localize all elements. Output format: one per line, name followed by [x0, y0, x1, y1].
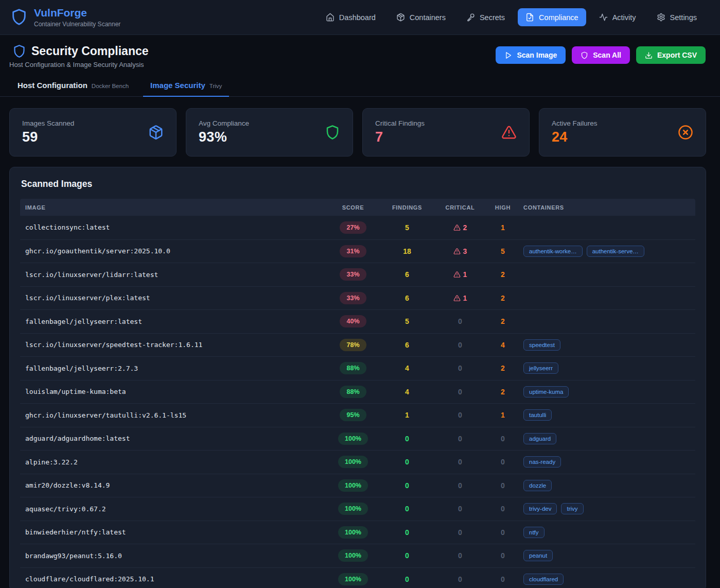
nav-item-compliance[interactable]: Compliance	[518, 8, 586, 26]
container-chip[interactable]: uptime-kuma	[523, 386, 569, 397]
container-chip[interactable]: adguard	[523, 433, 556, 444]
table-row[interactable]: lscr.io/linuxserver/speedtest-tracker:1.…	[20, 333, 695, 357]
image-name: collectionsync:latest	[20, 223, 325, 231]
table-row[interactable]: fallenbagel/jellyseerr:2.7.388%402jellys…	[20, 356, 695, 380]
table-row[interactable]: collectionsync:latest27%521	[20, 216, 695, 239]
high-count: 0	[487, 551, 518, 560]
table-header-row: IMAGESCOREFINDINGSCRITICALHIGHCONTAINERS	[20, 199, 695, 216]
image-name: cloudflare/cloudflared:2025.10.1	[20, 575, 325, 583]
tab-image-security[interactable]: Image SecurityTrivy	[143, 77, 229, 97]
nav-item-secrets[interactable]: Secrets	[459, 8, 513, 26]
stat-card-critical-findings: Critical Findings7	[362, 108, 530, 157]
high-count: 0	[487, 458, 518, 466]
findings-count: 1	[381, 411, 433, 419]
high-count: 2	[487, 294, 518, 302]
column-header-high: HIGH	[487, 204, 518, 211]
scanned-images-card: Scanned Images IMAGESCOREFINDINGSCRITICA…	[9, 167, 706, 588]
key-icon	[466, 13, 475, 22]
table-row[interactable]: louislam/uptime-kuma:beta88%402uptime-ku…	[20, 380, 695, 404]
nav-item-dashboard[interactable]: Dashboard	[318, 8, 383, 26]
container-chip[interactable]: authentik-serve…	[587, 246, 644, 257]
tab-label: Image Security	[150, 81, 205, 90]
column-header-containers: CONTAINERS	[518, 204, 695, 211]
nav-menu: DashboardContainersSecretsComplianceActi…	[318, 8, 705, 26]
container-chip[interactable]: speedtest	[523, 339, 560, 351]
container-chip[interactable]: authentik-worke…	[523, 246, 583, 257]
high-count: 4	[487, 341, 518, 349]
critical-count: 1	[463, 270, 467, 279]
table-row[interactable]: binwiederhier/ntfy:latest100%000ntfy	[20, 521, 695, 544]
findings-count: 18	[381, 247, 433, 255]
score-badge: 88%	[340, 362, 366, 374]
score-badge: 78%	[340, 339, 366, 351]
scan-image-button[interactable]: Scan Image	[496, 46, 566, 64]
export-csv-button[interactable]: Export CSV	[636, 46, 706, 64]
container-chip[interactable]: trivy	[561, 503, 583, 514]
stat-label: Active Failures	[552, 119, 598, 127]
nav-item-activity[interactable]: Activity	[591, 8, 644, 26]
table-row[interactable]: aquasec/trivy:0.67.2100%000trivy-devtriv…	[20, 497, 695, 521]
tab-sublabel: Docker Bench	[92, 83, 129, 89]
table-body: collectionsync:latest27%521ghcr.io/goaut…	[20, 216, 695, 588]
nav-item-label: Activity	[612, 13, 636, 22]
stat-cards: Images Scanned59Avg Compliance93%Critica…	[0, 97, 720, 157]
high-count: 1	[487, 223, 518, 232]
brand: VulnForge Container Vulnerability Scanne…	[10, 7, 120, 27]
table-row[interactable]: lscr.io/linuxserver/plex:latest33%612	[20, 286, 695, 310]
score-badge: 100%	[338, 549, 368, 562]
findings-count: 0	[381, 458, 433, 466]
image-name: brandawg93/peanut:5.16.0	[20, 552, 325, 560]
table-row[interactable]: alpine:3.22.2100%000nas-ready	[20, 450, 695, 474]
critical-count: 0	[458, 551, 462, 560]
score-badge: 40%	[340, 315, 366, 327]
brand-shield-icon	[10, 8, 28, 26]
scan-all-button[interactable]: Scan All	[572, 46, 630, 64]
shield-icon	[12, 44, 26, 58]
table-row[interactable]: brandawg93/peanut:5.16.0100%000peanut	[20, 544, 695, 567]
tab-host-configuration[interactable]: Host ConfigurationDocker Bench	[10, 77, 136, 97]
shield-icon	[581, 51, 588, 59]
table-row[interactable]: ghcr.io/linuxserver/tautulli:v2.6.1-ls15…	[20, 403, 695, 427]
tab-bar: Host ConfigurationDocker BenchImage Secu…	[0, 77, 720, 97]
container-chip[interactable]: peanut	[523, 550, 553, 561]
critical-count: 0	[458, 481, 462, 490]
image-name: adguard/adguardhome:latest	[20, 435, 325, 442]
container-chip[interactable]: nas-ready	[523, 456, 561, 468]
page-subtitle: Host Configuration & Image Security Anal…	[9, 61, 149, 68]
image-name: ghcr.io/linuxserver/tautulli:v2.6.1-ls15	[20, 411, 325, 419]
image-name: louislam/uptime-kuma:beta	[20, 388, 325, 395]
critical-count: 0	[458, 364, 462, 372]
critical-count: 0	[458, 388, 462, 396]
table-row[interactable]: ghcr.io/goauthentik/server:2025.10.031%1…	[20, 239, 695, 263]
table-row[interactable]: cloudflare/cloudflared:2025.10.1100%000c…	[20, 567, 695, 588]
image-name: binwiederhier/ntfy:latest	[20, 528, 325, 536]
stat-label: Images Scanned	[22, 119, 74, 127]
stat-label: Critical Findings	[375, 119, 425, 127]
container-chip[interactable]: tautulli	[523, 409, 552, 421]
container-chip[interactable]: jellyseerr	[523, 362, 558, 374]
findings-count: 0	[381, 505, 433, 513]
container-chip[interactable]: ntfy	[523, 527, 545, 538]
stat-card-active-failures: Active Failures24	[539, 108, 706, 157]
file-check-icon	[525, 13, 534, 22]
table-row[interactable]: amir20/dozzle:v8.14.9100%000dozzle	[20, 474, 695, 497]
activity-icon	[599, 13, 608, 22]
package-icon	[396, 13, 405, 22]
table-row[interactable]: fallenbagel/jellyseerr:latest40%502	[20, 309, 695, 333]
critical-count: 0	[458, 458, 462, 466]
container-chip[interactable]: dozzle	[523, 480, 552, 491]
table-row[interactable]: lscr.io/linuxserver/lidarr:latest33%612	[20, 263, 695, 286]
findings-count: 5	[381, 317, 433, 325]
critical-count: 0	[458, 435, 462, 443]
image-name: aquasec/trivy:0.67.2	[20, 505, 325, 513]
table-row[interactable]: adguard/adguardhome:latest100%000adguard	[20, 427, 695, 451]
nav-item-label: Compliance	[539, 13, 578, 22]
home-icon	[326, 13, 335, 22]
nav-item-settings[interactable]: Settings	[649, 8, 705, 26]
shield-icon	[325, 125, 340, 140]
container-chip[interactable]: cloudflared	[523, 574, 564, 585]
nav-item-containers[interactable]: Containers	[389, 8, 453, 26]
container-chip[interactable]: trivy-dev	[523, 503, 557, 514]
alert-triangle-icon	[453, 248, 461, 255]
stat-card-avg-compliance: Avg Compliance93%	[186, 108, 353, 157]
